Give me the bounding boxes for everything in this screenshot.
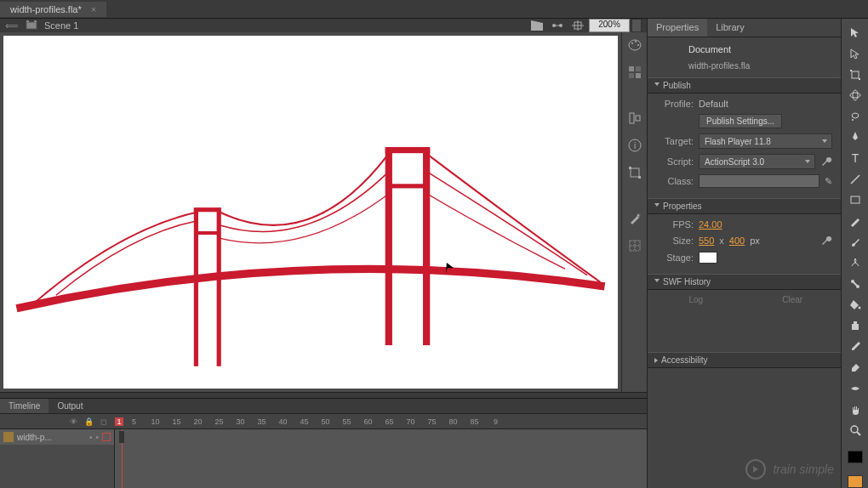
svg-point-19 <box>631 43 633 44</box>
fill-color[interactable] <box>848 475 863 488</box>
width-tool[interactable] <box>845 380 865 398</box>
keyframe[interactable] <box>119 431 124 443</box>
svg-rect-47 <box>854 321 857 324</box>
stage-label: Stage: <box>656 253 694 263</box>
zoom-tool[interactable] <box>845 422 865 440</box>
eyedropper-tool[interactable] <box>845 338 865 355</box>
target-label: Target: <box>656 136 694 146</box>
swf-clear-button[interactable]: Clear <box>745 293 842 306</box>
close-icon[interactable]: × <box>91 4 96 14</box>
publish-settings-button[interactable]: Publish Settings... <box>699 114 782 128</box>
section-swf-history[interactable]: SWF History <box>648 274 841 290</box>
svg-rect-25 <box>636 73 641 78</box>
stroke-color[interactable] <box>848 451 863 463</box>
svg-rect-35 <box>859 78 860 80</box>
svg-rect-16 <box>385 147 431 153</box>
wrench-icon[interactable] <box>820 156 832 167</box>
svg-text:i: i <box>633 141 635 150</box>
section-accessibility[interactable]: Accessibility <box>648 352 841 368</box>
magic-icon[interactable] <box>625 209 644 228</box>
stage-color-swatch[interactable] <box>699 252 717 264</box>
ink-bottle-tool[interactable] <box>845 317 865 335</box>
svg-line-44 <box>854 282 857 286</box>
svg-point-45 <box>858 307 860 309</box>
bone-tool[interactable] <box>845 275 865 293</box>
zoom-input[interactable]: 200% <box>589 19 630 32</box>
document-tab[interactable]: width-profiles.fla* × <box>0 2 106 17</box>
deco-tool[interactable] <box>845 254 865 272</box>
svg-rect-2 <box>34 20 37 22</box>
doc-type-label: Document <box>656 44 832 54</box>
info-icon[interactable]: i <box>625 136 644 155</box>
svg-rect-23 <box>636 66 641 71</box>
svg-point-20 <box>635 41 637 43</box>
text-tool[interactable]: T <box>845 150 865 167</box>
tab-properties[interactable]: Properties <box>648 19 707 37</box>
transform-icon[interactable] <box>625 163 644 182</box>
lasso-tool[interactable] <box>845 108 865 126</box>
horizontal-scrollbar[interactable] <box>0 392 647 399</box>
hand-tool[interactable] <box>845 400 865 418</box>
paint-bucket-tool[interactable] <box>845 296 865 314</box>
subselection-tool[interactable] <box>845 45 865 63</box>
svg-rect-13 <box>196 231 220 235</box>
eraser-tool[interactable] <box>845 359 865 377</box>
free-transform-tool[interactable] <box>845 65 865 83</box>
outline-icon[interactable]: ◻ <box>100 417 106 426</box>
selection-tool[interactable] <box>845 24 865 42</box>
svg-rect-3 <box>531 24 543 31</box>
center-icon[interactable] <box>568 19 587 32</box>
scene-icon <box>26 20 37 31</box>
script-dropdown[interactable]: ActionScript 3.0 <box>699 154 815 169</box>
target-dropdown[interactable]: Flash Player 11.8 <box>699 133 832 149</box>
tab-output[interactable]: Output <box>49 399 91 413</box>
tab-timeline[interactable]: Timeline <box>0 399 49 413</box>
frame-ruler[interactable]: 1 5 10 15 20 25 30 35 40 45 50 55 60 65 <box>115 414 647 428</box>
layer-row[interactable]: width-p... • • <box>0 429 114 445</box>
svg-line-49 <box>857 432 860 435</box>
tab-library[interactable]: Library <box>707 19 753 37</box>
svg-rect-26 <box>630 113 634 123</box>
line-tool[interactable] <box>845 170 865 188</box>
rectangle-tool[interactable] <box>845 191 865 209</box>
svg-point-38 <box>852 119 854 121</box>
width-value[interactable]: 550 <box>699 235 714 246</box>
brush-tool[interactable] <box>845 233 865 251</box>
3d-rotation-tool[interactable] <box>845 87 865 105</box>
unit-label: px <box>750 235 760 246</box>
profile-value: Default <box>699 99 728 109</box>
eye-icon[interactable]: 👁 <box>70 417 77 426</box>
svg-rect-24 <box>629 73 634 78</box>
frames-area[interactable] <box>115 429 647 488</box>
pencil-tool[interactable] <box>845 213 865 230</box>
svg-point-36 <box>850 93 860 98</box>
section-publish[interactable]: Publish <box>648 77 841 94</box>
align-icon[interactable] <box>625 109 644 128</box>
svg-rect-41 <box>851 196 859 203</box>
pencil-icon[interactable]: ✎ <box>825 176 832 187</box>
back-icon[interactable]: ⟸ <box>5 20 19 31</box>
swf-log-button[interactable]: Log <box>648 293 745 306</box>
zoom-dropdown[interactable] <box>631 19 642 32</box>
svg-rect-30 <box>631 168 639 177</box>
section-properties[interactable]: Properties <box>648 198 841 214</box>
palette-icon[interactable] <box>625 36 644 54</box>
height-value[interactable]: 400 <box>729 235 745 246</box>
grid-icon[interactable] <box>625 236 644 255</box>
svg-point-21 <box>637 44 639 46</box>
profile-label: Profile: <box>656 99 694 109</box>
swatches-icon[interactable] <box>625 63 644 82</box>
stage-canvas[interactable] <box>3 36 618 389</box>
lock-icon[interactable]: 🔒 <box>84 417 94 426</box>
svg-rect-22 <box>629 66 634 71</box>
watermark: train simple <box>745 459 834 479</box>
svg-rect-46 <box>852 324 859 330</box>
class-input[interactable] <box>699 174 819 188</box>
size-wrench-icon[interactable] <box>820 235 832 247</box>
fps-value[interactable]: 24.00 <box>699 219 722 230</box>
clapper-icon[interactable] <box>528 19 546 32</box>
distribute-icon[interactable] <box>548 19 567 32</box>
pen-tool[interactable] <box>845 128 865 146</box>
fps-label: FPS: <box>656 219 694 230</box>
scene-label[interactable]: Scene 1 <box>44 20 78 31</box>
